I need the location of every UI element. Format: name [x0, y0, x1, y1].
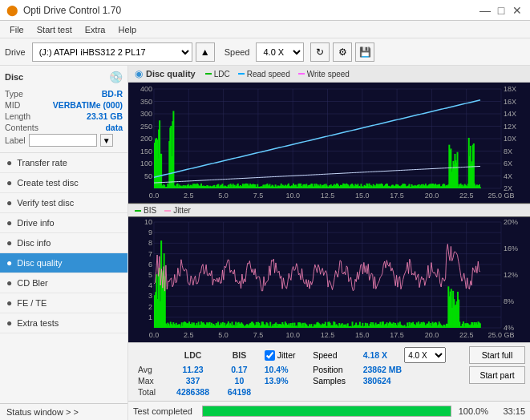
disc-title: Disc: [5, 72, 23, 82]
right-panel: ◉ Disc quality LDC Read speed Write spee…: [128, 66, 530, 420]
readspeed-color-indicator: [238, 73, 245, 75]
titlebar-controls: — □ ✕: [479, 4, 524, 17]
sidebar-item-disc-info[interactable]: ●Disc info: [0, 233, 127, 253]
chart-legend: LDC Read speed Write speed: [205, 70, 350, 79]
mid-label: MID: [5, 100, 20, 110]
disc-quality-icon: ●: [6, 257, 12, 269]
position-label: Position: [310, 364, 360, 375]
menu-file[interactable]: File: [3, 22, 30, 36]
close-button[interactable]: ✕: [511, 4, 524, 17]
bottom-chart: [128, 217, 530, 342]
legend-readspeed: Read speed: [238, 70, 290, 79]
create-test-disc-icon: ●: [6, 177, 12, 188]
fe-te-label: FE / TE: [17, 298, 47, 308]
max-ldc: 337: [167, 375, 219, 386]
sidebar-item-fe-te[interactable]: ●FE / TE: [0, 293, 127, 313]
sidebar-item-extra-tests[interactable]: ●Extra tests: [0, 313, 127, 333]
jitter-max: 13.9%: [260, 375, 310, 386]
jitter-checkbox[interactable]: [265, 350, 275, 361]
menu-start-test[interactable]: Start test: [30, 22, 79, 36]
contents-label: Contents: [5, 123, 38, 132]
menu-help[interactable]: Help: [111, 22, 143, 36]
ldc-header: LDC: [167, 346, 219, 364]
cd-bler-icon: ●: [6, 277, 12, 289]
mid-value: VERBATIMe (000): [53, 100, 123, 110]
legend-jitter: Jitter: [164, 206, 191, 215]
progress-bar-container: [202, 406, 451, 417]
bottom-chart-canvas: [128, 217, 530, 342]
disc-info-icon: ●: [6, 237, 12, 248]
menubar: File Start test Extra Help: [0, 21, 530, 38]
label-browse-button[interactable]: ▼: [100, 134, 113, 147]
total-bis: 64198: [219, 386, 260, 398]
progress-section: Test completed 100.0% 33:15: [128, 401, 530, 420]
disc-contents-row: Contents data: [5, 122, 123, 133]
sidebar-item-drive-info[interactable]: ●Drive info: [0, 213, 127, 233]
jitter-label: Jitter: [173, 206, 191, 215]
sidebar: Disc 💿 Type BD-R MID VERBATIMe (000) Len…: [0, 66, 128, 420]
speed-stat-select[interactable]: 4.0 X: [404, 347, 446, 363]
total-ldc: 4286388: [167, 386, 219, 398]
menu-extra[interactable]: Extra: [79, 22, 112, 36]
charts-container: BIS Jitter: [128, 83, 530, 342]
drive-select[interactable]: (J:) ATAPI iHBS312 2 PL17: [32, 42, 192, 62]
disc-mid-row: MID VERBATIMe (000): [5, 99, 123, 111]
disc-quality-label: Disc quality: [17, 258, 62, 268]
label-row: Label ▼: [5, 133, 123, 147]
start-part-button[interactable]: Start part: [469, 366, 525, 384]
save-button[interactable]: 💾: [355, 42, 374, 62]
drive-label: Drive: [5, 47, 26, 57]
speed-stat-label: Speed: [313, 350, 337, 360]
nav-items: ●Transfer rate●Create test disc●Verify t…: [0, 153, 127, 333]
maximize-button[interactable]: □: [495, 4, 508, 17]
legend-bis: BIS: [135, 206, 156, 215]
stats-area: LDC BIS Jitter Speed 4.18 X 4.0: [128, 342, 530, 401]
speed-select[interactable]: 4.0 X: [256, 42, 304, 62]
sidebar-item-create-test-disc[interactable]: ●Create test disc: [0, 173, 127, 193]
bis-header: BIS: [219, 346, 260, 364]
length-label: Length: [5, 111, 30, 121]
legend-ldc: LDC: [205, 70, 230, 79]
start-buttons: Start full Start part: [469, 346, 525, 398]
titlebar-left: ⬤ Opti Drive Control 1.70: [6, 4, 121, 16]
total-label: Total: [133, 386, 167, 398]
sidebar-item-verify-test-disc[interactable]: ●Verify test disc: [0, 193, 127, 213]
chart-header: ◉ Disc quality LDC Read speed Write spee…: [128, 66, 530, 83]
max-label: Max: [133, 375, 167, 386]
sidebar-item-transfer-rate[interactable]: ●Transfer rate: [0, 153, 127, 173]
avg-bis: 0.17: [219, 364, 260, 375]
ldc-label: LDC: [214, 70, 230, 79]
position-value: 23862 MB: [360, 364, 463, 375]
status-window-button[interactable]: Status window > >: [0, 403, 127, 420]
chart-title: Disc quality: [146, 69, 196, 79]
sidebar-item-disc-quality[interactable]: ●Disc quality: [0, 253, 127, 273]
writespeed-color-indicator: [298, 73, 305, 75]
samples-label: Samples: [310, 375, 360, 386]
app-title: Opti Drive Control 1.70: [23, 5, 121, 16]
label-input[interactable]: [29, 134, 97, 147]
refresh-button[interactable]: ↻: [310, 42, 330, 62]
disc-info-label: Disc info: [17, 238, 51, 248]
progress-label: Test completed: [133, 406, 197, 416]
writespeed-label: Write speed: [307, 70, 350, 79]
avg-label: Avg: [133, 364, 167, 375]
length-value: 23.31 GB: [87, 111, 123, 121]
contents-value: data: [105, 123, 123, 132]
status-window-label: Status window > >: [6, 407, 79, 417]
start-full-button[interactable]: Start full: [469, 346, 525, 364]
app-icon: ⬤: [6, 4, 18, 16]
drive-info-label: Drive info: [17, 218, 54, 228]
main-content: Disc 💿 Type BD-R MID VERBATIMe (000) Len…: [0, 66, 530, 420]
settings-button[interactable]: ⚙: [333, 42, 352, 62]
transfer-rate-icon: ●: [6, 157, 12, 168]
transfer-rate-label: Transfer rate: [17, 158, 67, 168]
jitter-checkbox-label[interactable]: Jitter: [265, 350, 305, 361]
eject-button[interactable]: ▲: [196, 42, 215, 62]
sidebar-item-cd-bler[interactable]: ●CD Bler: [0, 273, 127, 293]
type-label: Type: [5, 89, 23, 99]
disc-length-row: Length 23.31 GB: [5, 111, 123, 122]
readspeed-label: Read speed: [247, 70, 290, 79]
toolbar: Drive (J:) ATAPI iHBS312 2 PL17 ▲ Speed …: [0, 38, 530, 66]
extra-tests-label: Extra tests: [17, 318, 59, 328]
minimize-button[interactable]: —: [479, 4, 492, 17]
